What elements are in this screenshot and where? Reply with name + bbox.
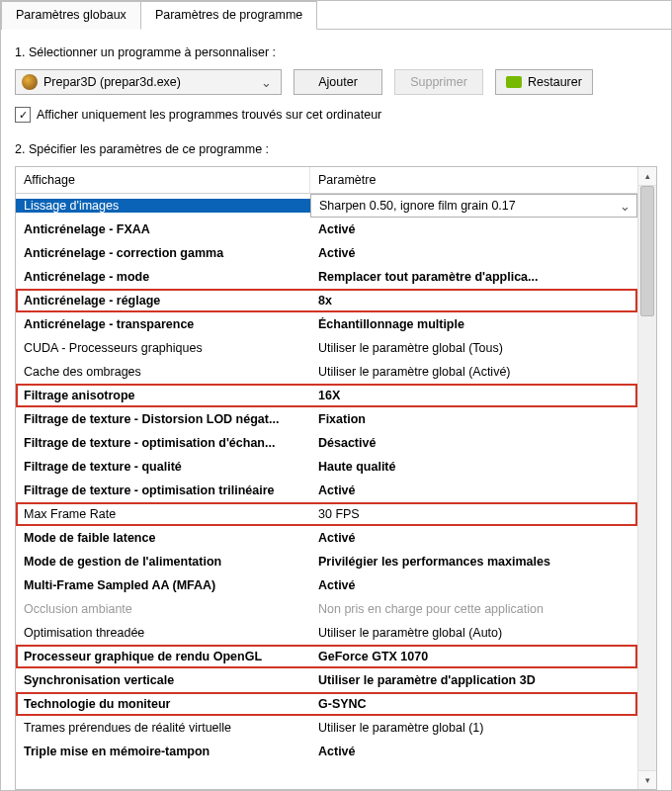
setting-name: Trames prérendues de réalité virtuelle bbox=[16, 721, 310, 735]
setting-value[interactable]: Remplacer tout paramètre d'applica... bbox=[310, 270, 637, 284]
settings-table-cols: Affichage Paramètre Lissage d'imagesShar… bbox=[16, 167, 637, 789]
setting-name: Multi-Frame Sampled AA (MFAA) bbox=[16, 578, 310, 592]
tab-bar: Paramètres globaux Paramètres de program… bbox=[1, 1, 671, 30]
setting-value[interactable]: Utiliser le paramètre global (Auto) bbox=[310, 626, 637, 640]
setting-value[interactable]: Non pris en charge pour cette applicatio… bbox=[310, 602, 637, 616]
setting-name: Anticrénelage - réglage bbox=[16, 294, 310, 308]
table-row[interactable]: Technologie du moniteurG-SYNC bbox=[16, 692, 637, 716]
header-affichage[interactable]: Affichage bbox=[16, 167, 310, 193]
nvidia-icon bbox=[506, 76, 522, 88]
setting-value[interactable]: Utiliser le paramètre d'application 3D bbox=[310, 673, 637, 687]
table-row[interactable]: Filtrage de texture - optimisation d'éch… bbox=[16, 431, 637, 455]
table-row[interactable]: Anticrénelage - réglage8x bbox=[16, 289, 637, 312]
setting-value[interactable]: 30 FPS bbox=[310, 507, 637, 521]
setting-name: Technologie du moniteur bbox=[16, 697, 310, 711]
header-parametre[interactable]: Paramètre bbox=[310, 167, 637, 193]
table-row[interactable]: Synchronisation verticaleUtiliser le par… bbox=[16, 668, 637, 692]
setting-name: Filtrage anisotrope bbox=[16, 389, 310, 402]
table-row[interactable]: CUDA - Processeurs graphiquesUtiliser le… bbox=[16, 336, 637, 360]
setting-name: Processeur graphique de rendu OpenGL bbox=[16, 650, 310, 663]
setting-value[interactable]: Échantillonnage multiple bbox=[310, 317, 637, 331]
panel-body: 1. Sélectionner un programme à personnal… bbox=[1, 30, 671, 790]
setting-name: Mode de gestion de l'alimentation bbox=[16, 555, 310, 569]
setting-name: Anticrénelage - mode bbox=[16, 270, 310, 284]
table-row[interactable]: Filtrage de texture - qualitéHaute quali… bbox=[16, 455, 637, 479]
table-row[interactable]: Processeur graphique de rendu OpenGLGeFo… bbox=[16, 645, 637, 668]
restore-button[interactable]: Restaurer bbox=[495, 69, 593, 95]
table-row[interactable]: Anticrénelage - transparenceÉchantillonn… bbox=[16, 312, 637, 336]
chevron-down-icon: ⌄ bbox=[257, 75, 275, 90]
table-row[interactable]: Filtrage anisotrope16X bbox=[16, 384, 637, 407]
setting-name: Occlusion ambiante bbox=[16, 602, 310, 616]
table-body: Lissage d'imagesSharpen 0.50, ignore fil… bbox=[16, 194, 637, 789]
setting-value[interactable]: Activé bbox=[310, 745, 637, 758]
scroll-up-icon[interactable]: ▴ bbox=[638, 167, 656, 186]
setting-name: CUDA - Processeurs graphiques bbox=[16, 341, 310, 355]
table-row[interactable]: Anticrénelage - correction gammaActivé bbox=[16, 241, 637, 265]
add-button-label: Ajouter bbox=[318, 75, 358, 89]
setting-value[interactable]: Désactivé bbox=[310, 436, 637, 450]
table-row[interactable]: Triple mise en mémoire-tamponActivé bbox=[16, 740, 637, 763]
filter-checkbox-row: ✓ Afficher uniquement les programmes tro… bbox=[15, 107, 657, 123]
setting-value[interactable]: Privilégier les performances maximales bbox=[310, 555, 637, 569]
filter-checkbox[interactable]: ✓ bbox=[15, 107, 31, 123]
settings-panel: Paramètres globaux Paramètres de program… bbox=[0, 0, 672, 791]
setting-value[interactable]: Fixation bbox=[310, 412, 637, 426]
add-button[interactable]: Ajouter bbox=[294, 69, 382, 95]
setting-value[interactable]: Activé bbox=[310, 483, 637, 497]
table-row[interactable]: Filtrage de texture - optimisation trili… bbox=[16, 479, 637, 502]
table-row[interactable]: Trames prérendues de réalité virtuelleUt… bbox=[16, 716, 637, 740]
program-controls-row: Prepar3D (prepar3d.exe) ⌄ Ajouter Suppri… bbox=[15, 69, 657, 95]
setting-value[interactable]: G-SYNC bbox=[310, 697, 637, 711]
setting-name: Anticrénelage - transparence bbox=[16, 317, 310, 331]
settings-table: Affichage Paramètre Lissage d'imagesShar… bbox=[15, 166, 657, 790]
setting-name: Anticrénelage - FXAA bbox=[16, 222, 310, 236]
table-row[interactable]: Filtrage de texture - Distorsion LOD nég… bbox=[16, 407, 637, 431]
setting-value[interactable]: Activé bbox=[310, 578, 637, 592]
setting-value[interactable]: Activé bbox=[310, 246, 637, 260]
program-select-text: Prepar3D (prepar3d.exe) bbox=[43, 75, 257, 89]
setting-value[interactable]: GeForce GTX 1070 bbox=[310, 650, 637, 663]
setting-value[interactable]: Utiliser le paramètre global (1) bbox=[310, 721, 637, 735]
setting-value-dropdown[interactable]: Sharpen 0.50, ignore film grain 0.17⌄ bbox=[310, 194, 637, 218]
table-row[interactable]: Multi-Frame Sampled AA (MFAA)Activé bbox=[16, 573, 637, 597]
table-row[interactable]: Occlusion ambianteNon pris en charge pou… bbox=[16, 597, 637, 621]
filter-checkbox-label: Afficher uniquement les programmes trouv… bbox=[37, 108, 381, 122]
setting-name: Synchronisation verticale bbox=[16, 673, 310, 687]
scroll-down-icon[interactable]: ▾ bbox=[638, 770, 656, 789]
setting-value-cell: Sharpen 0.50, ignore film grain 0.17⌄ bbox=[310, 194, 637, 218]
setting-name: Mode de faible latence bbox=[16, 531, 310, 545]
remove-button: Supprimer bbox=[394, 69, 483, 95]
scroll-thumb[interactable] bbox=[640, 186, 654, 316]
setting-name: Triple mise en mémoire-tampon bbox=[16, 745, 310, 758]
scrollbar[interactable]: ▴ ▾ bbox=[637, 167, 656, 789]
table-row[interactable]: Max Frame Rate30 FPS bbox=[16, 502, 637, 526]
table-row[interactable]: Mode de faible latenceActivé bbox=[16, 526, 637, 550]
setting-name: Cache des ombrages bbox=[16, 365, 310, 379]
chevron-down-icon: ⌄ bbox=[618, 199, 632, 214]
setting-name: Filtrage de texture - optimisation d'éch… bbox=[16, 436, 310, 450]
program-select[interactable]: Prepar3D (prepar3d.exe) ⌄ bbox=[15, 69, 282, 95]
table-row[interactable]: Cache des ombragesUtiliser le paramètre … bbox=[16, 360, 637, 384]
restore-button-label: Restaurer bbox=[528, 75, 582, 89]
table-row[interactable]: Lissage d'imagesSharpen 0.50, ignore fil… bbox=[16, 194, 637, 218]
table-row[interactable]: Mode de gestion de l'alimentationPrivilé… bbox=[16, 550, 637, 573]
setting-value[interactable]: Activé bbox=[310, 222, 637, 236]
table-row[interactable]: Anticrénelage - modeRemplacer tout param… bbox=[16, 265, 637, 289]
table-row[interactable]: Anticrénelage - FXAAActivé bbox=[16, 218, 637, 241]
setting-name: Optimisation threadée bbox=[16, 626, 310, 640]
setting-value[interactable]: 8x bbox=[310, 294, 637, 308]
tab-program[interactable]: Paramètres de programme bbox=[140, 1, 317, 30]
setting-name: Filtrage de texture - qualité bbox=[16, 460, 310, 474]
setting-value[interactable]: Utiliser le paramètre global (Activé) bbox=[310, 365, 637, 379]
setting-value[interactable]: Utiliser le paramètre global (Tous) bbox=[310, 341, 637, 355]
tab-global[interactable]: Paramètres globaux bbox=[1, 1, 141, 30]
setting-value[interactable]: 16X bbox=[310, 389, 637, 402]
setting-name: Filtrage de texture - optimisation trili… bbox=[16, 483, 310, 497]
setting-value[interactable]: Activé bbox=[310, 531, 637, 545]
setting-value[interactable]: Haute qualité bbox=[310, 460, 637, 474]
scroll-track[interactable] bbox=[638, 186, 656, 770]
setting-name: Max Frame Rate bbox=[16, 507, 310, 521]
table-row[interactable]: Optimisation threadéeUtiliser le paramèt… bbox=[16, 621, 637, 645]
step2-label: 2. Spécifier les paramètres de ce progra… bbox=[15, 142, 657, 156]
